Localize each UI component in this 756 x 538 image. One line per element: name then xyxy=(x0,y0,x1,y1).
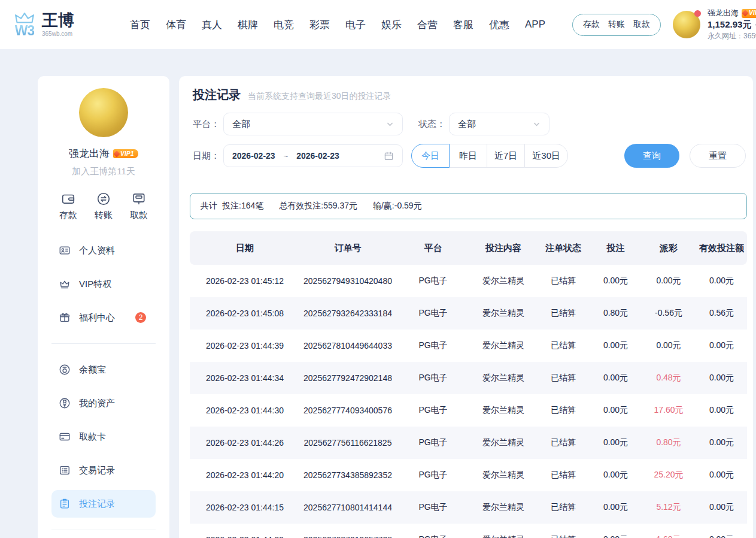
nav-item-esports[interactable]: 电竞 xyxy=(266,18,302,32)
cell-bet: 0.00元 xyxy=(590,491,641,524)
nav-item-chess[interactable]: 棋牌 xyxy=(230,18,266,32)
cell-platform: PG电子 xyxy=(396,330,470,362)
list-document-icon xyxy=(59,464,71,476)
nav-item-live[interactable]: 真人 xyxy=(194,18,230,32)
cell-order: 2025627949310420480 xyxy=(300,265,396,297)
bank-card-icon xyxy=(59,431,71,443)
cell-valid: 0.00元 xyxy=(696,427,747,459)
topbar-right: 存款转账取款 强龙出海 VIP1 1,152.93元 xyxy=(572,0,756,49)
column-header: 派彩 xyxy=(641,231,696,265)
cell-content: 爱尔兰精灵 xyxy=(470,491,536,524)
status-select[interactable]: 全部 xyxy=(449,113,549,135)
nav-item-app[interactable]: APP xyxy=(517,19,553,31)
cell-order: 2025627792472902148 xyxy=(300,362,396,394)
wallet-quick-links: 存款转账取款 xyxy=(572,14,661,36)
nav-item-joint[interactable]: 合营 xyxy=(409,18,445,32)
date-range-input[interactable]: 2026-02-23 ~ 2026-02-23 xyxy=(223,144,403,167)
cell-valid: 0.00元 xyxy=(696,362,747,394)
cell-platform: PG电子 xyxy=(396,362,470,394)
quick-link-withdraw[interactable]: 取款 xyxy=(633,19,650,30)
nav-item-sports[interactable]: 体育 xyxy=(158,18,194,32)
cell-content: 爱尔兰精灵 xyxy=(470,427,536,459)
sidebar-item-welfare[interactable]: 福利中心 2 xyxy=(51,304,156,331)
vip-badge: VIP1 xyxy=(113,149,138,158)
table-row: 2026-02-23 01:44:202025627734385892352PG… xyxy=(190,459,747,491)
quick-link-transfer[interactable]: 转账 xyxy=(608,19,625,30)
cell-bet: 0.00元 xyxy=(590,394,641,427)
table-row: 2026-02-23 01:45:082025627932642333184PG… xyxy=(190,297,747,330)
sidebar-item-assets[interactable]: 我的资产 xyxy=(51,389,156,417)
permanent-url[interactable]: 365wb.com xyxy=(743,32,756,40)
header-avatar[interactable] xyxy=(673,11,700,38)
cell-content: 爱尔兰精灵 xyxy=(470,362,536,394)
sidebar-item-transactions[interactable]: 交易记录 xyxy=(51,457,156,484)
withdraw-action[interactable]: 取款 xyxy=(130,192,148,221)
cell-date: 2026-02-23 01:44:34 xyxy=(190,362,300,394)
bet-records-panel: 投注记录 当前系统支持查询最近30日的投注记录 平台： 全部 状态： 全部 日期… xyxy=(179,76,753,538)
date-label: 日期： xyxy=(193,150,220,162)
cell-bet: 0.00元 xyxy=(590,330,641,362)
range-button-today[interactable]: 今日 xyxy=(411,144,450,168)
date-from: 2026-02-23 xyxy=(232,151,275,161)
cell-payout: 25.20元 xyxy=(641,459,696,491)
sidebar-item-bet-records[interactable]: 投注记录 xyxy=(51,490,156,518)
column-header: 平台 xyxy=(396,231,470,265)
gem-icon xyxy=(113,150,120,157)
cell-valid: 0.00元 xyxy=(696,330,747,362)
table-body: 2026-02-23 01:45:122025627949310420480PG… xyxy=(190,265,747,538)
sidebar-menu: 个人资料 VIP特权 福利中心 2 xyxy=(38,237,169,538)
quick-link-deposit[interactable]: 存款 xyxy=(583,19,600,30)
transfer-action[interactable]: 转账 xyxy=(95,192,113,221)
sidebar-item-yuebao[interactable]: 余额宝 xyxy=(51,356,156,383)
range-button-last30[interactable]: 近30日 xyxy=(524,144,568,168)
summary-valid-bets: 总有效投注:559.37元 xyxy=(279,201,357,211)
nav-item-lottery[interactable]: 彩票 xyxy=(302,18,338,32)
cell-content: 爱尔兰精灵 xyxy=(470,394,536,427)
profile-avatar[interactable] xyxy=(79,88,128,137)
nav-item-home[interactable]: 首页 xyxy=(122,18,158,32)
cell-platform: PG电子 xyxy=(396,491,470,524)
cell-content: 爱尔兰精灵 xyxy=(470,297,536,330)
range-button-last7[interactable]: 近7日 xyxy=(487,144,525,168)
cell-bet: 0.00元 xyxy=(590,265,641,297)
profile-card: 强龙出海 VIP1 加入王博第11天 xyxy=(38,88,169,177)
brand-logo[interactable]: W3 王博 365wb.com xyxy=(13,12,114,38)
cell-payout: 1.68元 xyxy=(641,524,696,538)
cell-platform: PG电子 xyxy=(396,427,470,459)
table-row: 2026-02-23 01:45:122025627949310420480PG… xyxy=(190,265,747,297)
username: 强龙出海 xyxy=(708,8,739,18)
sidebar-item-profile[interactable]: 个人资料 xyxy=(51,237,156,264)
cell-payout: -0.56元 xyxy=(641,297,696,330)
cell-order: 2025627710801414144 xyxy=(300,491,396,524)
platform-select[interactable]: 全部 xyxy=(223,113,403,135)
summary-win-loss: 输/赢:-0.59元 xyxy=(373,201,422,211)
main-nav: 首页体育真人棋牌电竞彩票电子娱乐合营客服优惠APP xyxy=(122,18,553,32)
nav-item-entertainment[interactable]: 娱乐 xyxy=(374,18,409,32)
cell-date: 2026-02-23 01:44:30 xyxy=(190,394,300,427)
coin-pot-icon xyxy=(59,364,71,376)
cell-platform: PG电子 xyxy=(396,394,470,427)
nav-item-slots[interactable]: 电子 xyxy=(338,18,374,32)
atm-icon xyxy=(132,192,146,206)
cell-bet: 0.00元 xyxy=(590,459,641,491)
notification-dot xyxy=(694,10,701,17)
deposit-action[interactable]: 存款 xyxy=(59,192,77,221)
cell-date: 2026-02-23 01:44:09 xyxy=(190,524,300,538)
search-button[interactable]: 查询 xyxy=(624,144,679,168)
cell-payout: 0.00元 xyxy=(641,265,696,297)
cell-payout: 0.48元 xyxy=(641,362,696,394)
date-to: 2026-02-23 xyxy=(296,151,339,161)
reset-button[interactable]: 重置 xyxy=(690,144,746,168)
sidebar-item-vip[interactable]: VIP特权 xyxy=(51,270,156,298)
summary-bet-count: 投注:164笔 xyxy=(222,201,263,211)
nav-item-promo[interactable]: 优惠 xyxy=(481,18,517,32)
sidebar-item-withdraw-card[interactable]: 取款卡 xyxy=(51,423,156,451)
filter-row-1: 平台： 全部 状态： 全部 xyxy=(193,113,747,135)
logo-mark-text: W3 xyxy=(15,24,35,38)
brand-domain: 365wb.com xyxy=(42,31,74,37)
nav-item-service[interactable]: 客服 xyxy=(445,18,481,32)
cell-bet: 0.00元 xyxy=(590,362,641,394)
cell-order: 2025627932642333184 xyxy=(300,297,396,330)
range-button-yesterday[interactable]: 昨日 xyxy=(449,144,487,168)
gem-icon xyxy=(742,10,748,16)
